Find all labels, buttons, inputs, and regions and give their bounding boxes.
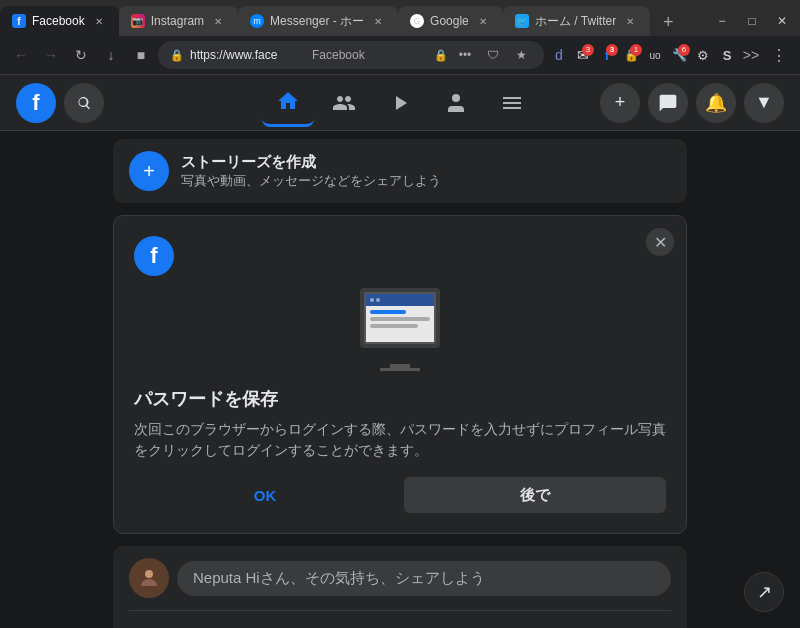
- dialog-screen-body: [366, 306, 434, 342]
- ext-fb-icon[interactable]: f 3: [596, 44, 618, 66]
- ext-fb-badge: 3: [606, 44, 618, 56]
- tab-label-google: Google: [430, 14, 469, 28]
- tab-favicon-twitter: 🐦: [515, 14, 529, 28]
- tab-close-instagram[interactable]: ✕: [210, 13, 226, 29]
- groups-icon: [444, 91, 468, 115]
- fb-nav-center: [262, 79, 538, 127]
- svg-point-1: [145, 570, 153, 578]
- shield-button[interactable]: 🛡: [482, 44, 504, 66]
- post-box: Neputa Hiさん、その気持ち、シェアしよう 📹 ライブ動画 🖼 写真・動画…: [113, 546, 687, 628]
- tab-facebook[interactable]: f Facebook ✕: [0, 6, 119, 36]
- address-bar: ← → ↻ ↓ ■ 🔒 https://www.face Facebook 🔒 …: [0, 36, 800, 74]
- ext-wrench-icon[interactable]: 🔧 6: [668, 44, 690, 66]
- screen-line-2: [370, 317, 430, 321]
- dialog-description: 次回このブラウザーからログインする際、パスワードを入力せずにプロフィール写真をク…: [134, 419, 666, 461]
- dialog-screen-inner: [364, 292, 436, 344]
- screen-dot-2: [376, 298, 380, 302]
- dialog-screen-top: [366, 294, 434, 306]
- tab-favicon-google: G: [410, 14, 424, 28]
- lock-icon: 🔒: [170, 49, 184, 62]
- tab-label-messenger: Messenger - ホー: [270, 13, 364, 30]
- ext-discord-icon[interactable]: d: [548, 44, 570, 66]
- tab-close-messenger[interactable]: ✕: [370, 13, 386, 29]
- dialog-title: パスワードを保存: [134, 387, 666, 411]
- ext-uo-icon[interactable]: uo: [644, 44, 666, 66]
- create-story-title: ストーリーズを作成: [181, 153, 441, 172]
- tab-close-twitter[interactable]: ✕: [622, 13, 638, 29]
- ext-more-icon[interactable]: >>: [740, 44, 762, 66]
- ext-mail-icon[interactable]: ✉ 3: [572, 44, 594, 66]
- screen-line-3: [370, 324, 418, 328]
- back-button[interactable]: ←: [8, 42, 34, 68]
- maximize-button[interactable]: □: [738, 10, 766, 32]
- facebook-nav: f: [0, 75, 800, 131]
- friends-icon: [332, 91, 356, 115]
- ext-s-icon[interactable]: S: [716, 44, 738, 66]
- dialog-monitor-image: [360, 288, 440, 348]
- minimize-button[interactable]: −: [708, 10, 736, 32]
- create-story-subtitle: 写真や動画、メッセージなどをシェアしよう: [181, 172, 441, 190]
- notifications-button[interactable]: 🔔: [696, 83, 736, 123]
- address-text: https://www.face: [190, 48, 306, 62]
- main-content: + ストーリーズを作成 写真や動画、メッセージなどをシェアしよう ✕ f: [0, 131, 800, 628]
- home-button[interactable]: ■: [128, 42, 154, 68]
- create-story-text: ストーリーズを作成 写真や動画、メッセージなどをシェアしよう: [181, 153, 441, 190]
- nav-watch-button[interactable]: [374, 79, 426, 127]
- forward-button[interactable]: →: [38, 42, 64, 68]
- floating-action-button[interactable]: ↗: [744, 572, 784, 612]
- content-center: + ストーリーズを作成 写真や動画、メッセージなどをシェアしよう ✕ f: [105, 139, 695, 628]
- facebook-logo[interactable]: f: [16, 83, 56, 123]
- screen-line-1: [370, 310, 406, 314]
- address-site: Facebook: [312, 48, 428, 62]
- nav-menu-button[interactable]: [486, 79, 538, 127]
- account-button[interactable]: ▼: [744, 83, 784, 123]
- nav-friends-button[interactable]: [318, 79, 370, 127]
- dialog-ok-button[interactable]: OK: [134, 477, 396, 513]
- address-more-button[interactable]: •••: [454, 44, 476, 66]
- dialog-later-button[interactable]: 後で: [404, 477, 666, 513]
- messenger-button[interactable]: [648, 83, 688, 123]
- nav-home-button[interactable]: [262, 79, 314, 127]
- messenger-icon: [658, 93, 678, 113]
- ext-gear-icon[interactable]: ⚙: [692, 44, 714, 66]
- post-input[interactable]: Neputa Hiさん、その気持ち、シェアしよう: [177, 561, 671, 596]
- svg-point-0: [452, 94, 460, 102]
- close-button[interactable]: ✕: [768, 10, 796, 32]
- reload-button[interactable]: ↻: [68, 42, 94, 68]
- tab-twitter[interactable]: 🐦 ホーム / Twitter ✕: [503, 6, 650, 36]
- tab-close-facebook[interactable]: ✕: [91, 13, 107, 29]
- create-story-icon: +: [129, 151, 169, 191]
- dialog-close-button[interactable]: ✕: [646, 228, 674, 256]
- ext-vpn-badge: 1: [630, 44, 642, 56]
- address-input-wrap[interactable]: 🔒 https://www.face Facebook 🔒 ••• 🛡 ★: [158, 41, 544, 69]
- tab-favicon-messenger: m: [250, 14, 264, 28]
- live-video-button[interactable]: 📹 ライブ動画: [129, 619, 307, 628]
- tab-label-instagram: Instagram: [151, 14, 204, 28]
- password-save-dialog: ✕ f: [113, 215, 687, 534]
- avatar-icon: [137, 566, 161, 590]
- address-bookmark: 🔒: [434, 49, 448, 62]
- nav-groups-button[interactable]: [430, 79, 482, 127]
- ext-mail-badge: 3: [582, 44, 594, 56]
- tab-messenger[interactable]: m Messenger - ホー ✕: [238, 6, 398, 36]
- download-button[interactable]: ↓: [98, 42, 124, 68]
- photo-video-button[interactable]: 🖼 写真・動画: [311, 619, 489, 628]
- tab-instagram[interactable]: 📷 Instagram ✕: [119, 6, 238, 36]
- fb-nav-right: + 🔔 ▼: [600, 83, 784, 123]
- tab-close-google[interactable]: ✕: [475, 13, 491, 29]
- watch-icon: [388, 91, 412, 115]
- create-story-card[interactable]: + ストーリーズを作成 写真や動画、メッセージなどをシェアしよう: [113, 139, 687, 203]
- new-tab-button[interactable]: +: [654, 8, 682, 36]
- dialog-buttons: OK 後で: [134, 477, 666, 513]
- feeling-activity-button[interactable]: 😊 気分・アクティビティ: [493, 619, 671, 628]
- search-button[interactable]: [64, 83, 104, 123]
- tab-google[interactable]: G Google ✕: [398, 6, 503, 36]
- star-button[interactable]: ★: [510, 44, 532, 66]
- create-button[interactable]: +: [600, 83, 640, 123]
- window-controls: − □ ✕: [708, 10, 800, 36]
- dialog-fb-logo: f: [134, 236, 174, 276]
- ext-vpn-icon[interactable]: 🔒 1: [620, 44, 642, 66]
- browser-chrome: f Facebook ✕ 📷 Instagram ✕ m Messenger -…: [0, 0, 800, 75]
- tab-bar: f Facebook ✕ 📷 Instagram ✕ m Messenger -…: [0, 0, 800, 36]
- browser-menu-button[interactable]: ⋮: [766, 42, 792, 68]
